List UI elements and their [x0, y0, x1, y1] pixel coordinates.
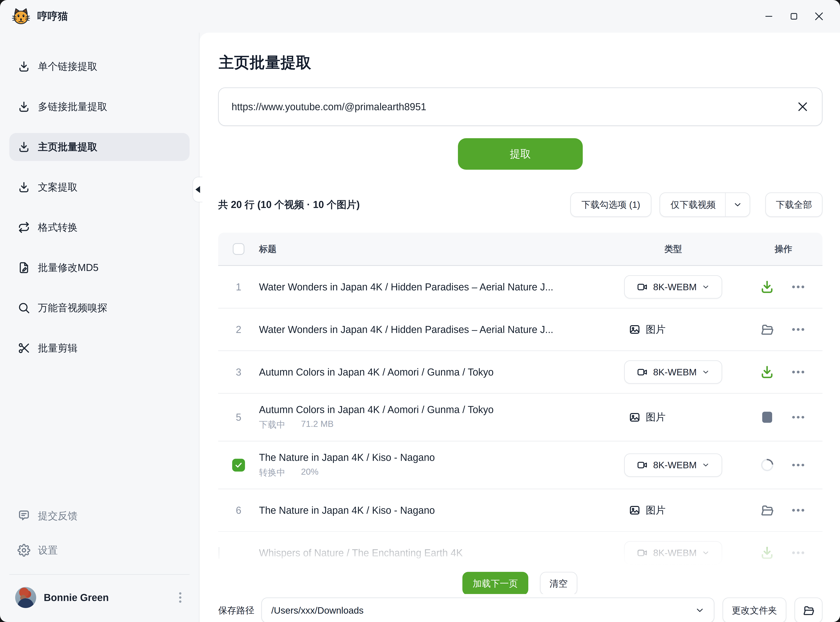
- download-all-button[interactable]: 下载全部: [765, 192, 823, 217]
- download-icon: [17, 60, 31, 73]
- more-menu-button[interactable]: [791, 460, 805, 470]
- row-action-cell: [737, 503, 823, 518]
- sidebar-item-label: 单个链接提取: [38, 60, 98, 73]
- sidebar-item-文案提取[interactable]: 文案提取: [9, 173, 189, 201]
- format-label: 8K-WEBM: [653, 547, 697, 558]
- format-dropdown[interactable]: 8K-WEBM: [624, 541, 722, 564]
- format-dropdown[interactable]: 8K-WEBM: [624, 453, 722, 477]
- row-title-cell: Autumn Colors in Japan 4K / Aomori / Gun…: [259, 404, 615, 430]
- format-dropdown[interactable]: 8K-WEBM: [624, 360, 722, 384]
- save-path-bar: 保存路径 /Users/xxx/Downloads 更改文件夹: [218, 594, 823, 622]
- sidebar-item-万能音视频嗅探[interactable]: 万能音视频嗅探: [9, 294, 189, 322]
- format-label: 8K-WEBM: [653, 367, 697, 378]
- row-action-cell: [737, 457, 823, 473]
- download-checked-button[interactable]: 下载勾选项 (1): [570, 192, 651, 217]
- sidebar-item-主页批量提取[interactable]: 主页批量提取: [9, 133, 189, 161]
- row-primary-action[interactable]: [759, 410, 775, 425]
- minimize-button[interactable]: [763, 11, 775, 22]
- row-primary-action[interactable]: [759, 457, 775, 473]
- row-select-cell: [218, 459, 259, 471]
- download-icon: [17, 181, 31, 194]
- row-title: Autumn Colors in Japan 4K / Aomori / Gun…: [259, 404, 601, 415]
- table-row: 2 Water Wonders in Japan 4K / Hidden Par…: [218, 308, 823, 351]
- more-menu-button[interactable]: [791, 367, 805, 377]
- row-action-cell: [737, 364, 823, 380]
- row-select-cell: 6: [218, 505, 259, 516]
- video-only-split-button[interactable]: 仅下载视频: [660, 192, 750, 217]
- more-menu-button[interactable]: [791, 282, 805, 292]
- sidebar-item-label: 主页批量提取: [38, 140, 98, 154]
- row-action-cell: [737, 410, 823, 425]
- sidebar-footer: 提交反馈 设置 Bonnie Green: [9, 502, 189, 613]
- sidebar-item-格式转换[interactable]: 格式转换: [9, 213, 189, 241]
- sidebar-item-单个链接提取[interactable]: 单个链接提取: [9, 52, 189, 81]
- clear-list-button[interactable]: 清空: [540, 572, 577, 595]
- search-icon: [17, 302, 31, 314]
- app-title: 哼哼猫: [37, 9, 68, 23]
- user-name: Bonnie Green: [44, 592, 109, 603]
- row-number: 2: [218, 324, 259, 335]
- extract-button[interactable]: 提取: [458, 138, 583, 170]
- sidebar-item-多链接批量提取[interactable]: 多链接批量提取: [9, 93, 189, 121]
- video-only-label[interactable]: 仅下载视频: [660, 199, 725, 211]
- sidebar-divider: [9, 574, 189, 575]
- download-icon: [759, 279, 775, 294]
- format-dropdown[interactable]: 8K-WEBM: [624, 275, 722, 299]
- sidebar-item-label: 文案提取: [38, 181, 78, 194]
- load-next-page-button[interactable]: 加载下一页: [463, 572, 528, 595]
- maximize-button[interactable]: [788, 11, 800, 22]
- row-primary-action[interactable]: [759, 279, 775, 294]
- spinner-icon: [759, 456, 776, 474]
- row-type-cell: 8K-WEBM: [615, 541, 737, 564]
- row-primary-action[interactable]: [759, 503, 775, 518]
- row-status: 下载中 71.2 MB: [259, 419, 601, 430]
- more-menu-button[interactable]: [791, 412, 805, 422]
- file-edit-icon: [17, 261, 31, 274]
- row-checkbox-checked[interactable]: [232, 459, 245, 471]
- select-all-checkbox[interactable]: [233, 243, 244, 255]
- row-status-value: 20%: [301, 467, 319, 478]
- row-checkbox[interactable]: [218, 547, 220, 559]
- toolbar: 下载勾选项 (1) 仅下载视频 下载全部: [570, 192, 823, 217]
- change-folder-button[interactable]: 更改文件夹: [722, 598, 787, 622]
- sidebar-item-批量剪辑[interactable]: 批量剪辑: [9, 334, 189, 362]
- sidebar-item-设置[interactable]: 设置: [9, 536, 189, 564]
- save-path-select[interactable]: /Users/xxx/Downloads: [261, 598, 715, 622]
- feedback-icon: [17, 509, 31, 522]
- app-body: 单个链接提取 多链接批量提取 主页批量提取 文案提取 格式转换 批量修改MD5 …: [0, 33, 840, 622]
- row-title-cell: Whispers of Nature / The Enchanting Eart…: [259, 547, 615, 559]
- main-panel: 主页批量提取 https://www.youtube.com/@primalea…: [200, 33, 840, 622]
- user-row[interactable]: Bonnie Green: [9, 582, 189, 613]
- gear-icon: [17, 544, 31, 557]
- save-path-label: 保存路径: [218, 604, 254, 617]
- image-type: 图片: [629, 504, 737, 517]
- more-menu-button[interactable]: [791, 325, 805, 334]
- close-button[interactable]: [813, 11, 825, 22]
- sidebar-item-提交反馈[interactable]: 提交反馈: [9, 502, 189, 530]
- sidebar-collapse-handle[interactable]: [192, 177, 202, 202]
- chevron-down-icon: [702, 549, 710, 557]
- more-menu-button[interactable]: [791, 505, 805, 515]
- header-type: 类型: [624, 243, 722, 255]
- row-primary-action[interactable]: [759, 545, 775, 560]
- video-only-caret[interactable]: [725, 200, 750, 209]
- row-primary-action[interactable]: [759, 322, 775, 337]
- image-type-label: 图片: [646, 504, 666, 517]
- sidebar-item-批量修改MD5[interactable]: 批量修改MD5: [9, 254, 189, 282]
- table-row: 5 Autumn Colors in Japan 4K / Aomori / G…: [218, 393, 823, 441]
- open-folder-button[interactable]: [794, 598, 823, 622]
- results-table: 标题 类型 操作 1 Water Wonders in Japan 4K / H…: [218, 233, 823, 575]
- app-logo-cat-icon: [12, 8, 31, 25]
- row-title: Water Wonders in Japan 4K / Hidden Parad…: [259, 324, 601, 335]
- user-menu-kebab-icon[interactable]: [177, 590, 184, 605]
- sidebar-item-label: 批量修改MD5: [38, 261, 99, 274]
- more-menu-button[interactable]: [791, 548, 805, 558]
- row-title-cell: The Nature in Japan 4K / Kiso - Nagano 转…: [259, 452, 615, 478]
- row-status: 转换中 20%: [259, 467, 601, 478]
- clear-input-button[interactable]: [795, 99, 810, 114]
- row-title: Whispers of Nature / The Enchanting Eart…: [259, 547, 601, 559]
- url-input[interactable]: https://www.youtube.com/@primalearth8951: [218, 87, 823, 126]
- row-primary-action[interactable]: [759, 364, 775, 380]
- row-title-cell: Water Wonders in Japan 4K / Hidden Parad…: [259, 324, 615, 335]
- chevron-down-icon: [695, 606, 704, 615]
